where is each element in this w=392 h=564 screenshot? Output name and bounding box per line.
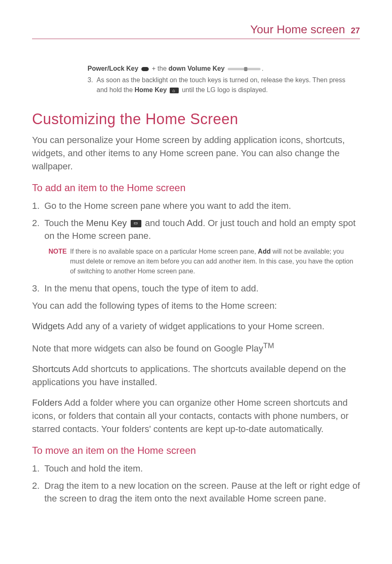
header-title: Your Home screen [250, 23, 345, 36]
text-fragment: If there is no available space on a part… [70, 248, 258, 255]
step-text: Touch the Menu Key and touch Add. Or jus… [44, 217, 360, 243]
menu-key-label: Menu Key [86, 218, 127, 228]
step-number: 1. [32, 462, 42, 475]
list-item: 2. Drag the item to a new location on th… [32, 479, 360, 506]
text-fragment: Add shortcuts to applications. The short… [32, 364, 346, 387]
continuation-block: Power/Lock Key + the down Volume Key . 3… [32, 64, 360, 95]
folders-paragraph: Folders Add a folder where you can organ… [32, 396, 360, 436]
note-body: If there is no available space on a part… [70, 247, 358, 276]
text-fragment: . [262, 65, 263, 72]
page-number: 27 [351, 26, 360, 35]
down-volume-key-label: down Volume Key [168, 65, 225, 72]
step-number: 3. [88, 75, 94, 95]
step-number: 2. [32, 479, 42, 506]
text-fragment: Add any of a variety of widget applicati… [65, 321, 324, 331]
trademark-symbol: TM [263, 341, 274, 350]
step-text: Touch and hold the item. [44, 462, 360, 475]
term-folders: Folders [32, 398, 62, 408]
text-fragment: Touch the [44, 218, 86, 228]
page-header: Your Home screen 27 [32, 23, 360, 39]
list-item: 1. Go to the Home screen pane where you … [32, 199, 360, 213]
add-label: Add [258, 248, 271, 255]
home-key-icon [170, 88, 179, 93]
volume-key-icon [228, 67, 261, 71]
step-text: In the menu that opens, touch the type o… [44, 282, 360, 295]
text-fragment: and touch [143, 218, 187, 228]
text-fragment: + the [152, 65, 168, 72]
list-item: 1. Touch and hold the item. [32, 462, 360, 475]
intro-paragraph: You can personalize your Home screen by … [32, 134, 360, 173]
step-text: Go to the Home screen pane where you wan… [44, 199, 360, 213]
widgets-paragraph: Widgets Add any of a variety of widget a… [32, 320, 360, 333]
text-fragment: Add a folder where you can organize othe… [32, 398, 348, 434]
text-fragment: until the LG logo is displayed. [182, 86, 268, 93]
menu-key-icon [131, 220, 141, 227]
term-widgets: Widgets [32, 321, 65, 331]
term-shortcuts: Shortcuts [32, 364, 70, 374]
step-number: 3. [32, 282, 42, 295]
step-number: 2. [32, 217, 42, 243]
text-fragment: Note that more widgets can also be found… [32, 343, 263, 354]
add-label: Add [187, 218, 203, 228]
section-heading: Customizing the Home Screen [32, 111, 360, 128]
step-number: 1. [32, 199, 42, 213]
subsection-heading-move: To move an item on the Home screen [32, 445, 360, 456]
shortcuts-paragraph: Shortcuts Add shortcuts to applications.… [32, 363, 360, 389]
step-text: As soon as the backlight on the touch ke… [97, 75, 356, 95]
widgets-note-paragraph: Note that more widgets can also be found… [32, 340, 360, 355]
list-item: 3. In the menu that opens, touch the typ… [32, 282, 360, 295]
paragraph: You can add the following types of items… [32, 299, 360, 312]
note-label: NOTE [48, 247, 67, 276]
power-lock-key-icon [141, 67, 149, 71]
power-lock-key-label: Power/Lock Key [88, 65, 138, 72]
home-key-label: Home Key [135, 86, 167, 93]
note-block: NOTE If there is no available space on a… [32, 247, 360, 276]
list-item: 2. Touch the Menu Key and touch Add. Or … [32, 217, 360, 243]
step-text: Drag the item to a new location on the s… [44, 479, 360, 506]
subsection-heading-add: To add an item to the Home screen [32, 182, 360, 194]
